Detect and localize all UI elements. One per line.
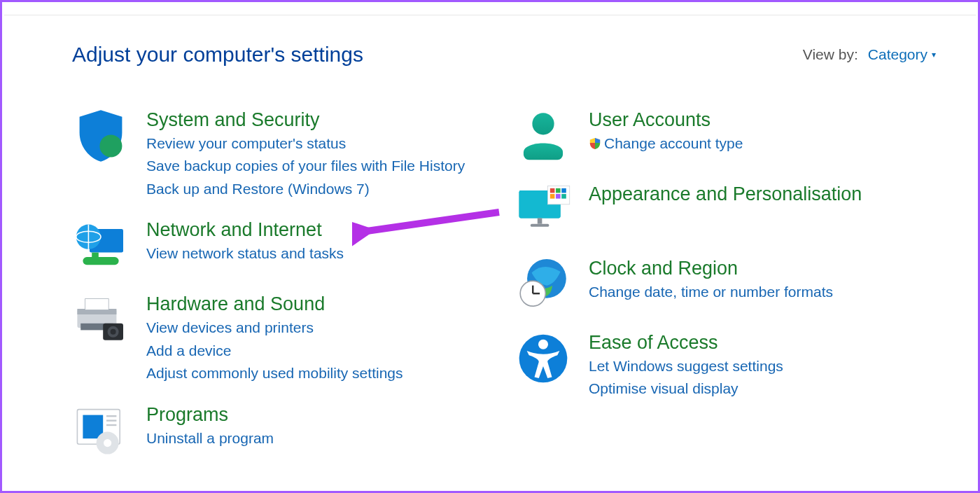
right-column: User Accounts Change account type xyxy=(514,107,936,477)
svg-rect-4 xyxy=(83,257,118,265)
category-link[interactable]: Add a device xyxy=(146,340,403,363)
left-column: System and Security Review your computer… xyxy=(72,107,493,477)
programs-icon xyxy=(72,402,130,459)
category-link[interactable]: Back up and Restore (Windows 7) xyxy=(146,178,465,201)
svg-rect-24 xyxy=(531,224,549,227)
category-link[interactable]: Change account type xyxy=(589,132,743,155)
view-by-value: Category xyxy=(868,46,927,63)
svg-rect-8 xyxy=(85,299,109,310)
category-hardware-sound: Hardware and Sound View devices and prin… xyxy=(72,291,493,384)
category-title[interactable]: Ease of Access xyxy=(589,331,783,355)
category-network-internet: Network and Internet View network status… xyxy=(72,217,493,275)
user-icon xyxy=(514,107,572,165)
category-title[interactable]: Clock and Region xyxy=(589,257,833,281)
category-ease-of-access: Ease of Access Let Windows suggest setti… xyxy=(514,330,936,401)
category-title[interactable]: User Accounts xyxy=(589,109,743,132)
svg-rect-27 xyxy=(556,188,561,193)
printer-icon xyxy=(72,291,130,349)
category-link[interactable]: Change date, time or number formats xyxy=(589,281,833,304)
category-clock-region: Clock and Region Change date, time or nu… xyxy=(514,256,936,313)
chevron-down-icon: ▾ xyxy=(932,50,936,60)
svg-point-19 xyxy=(104,439,111,447)
category-user-accounts: User Accounts Change account type xyxy=(514,107,936,165)
view-by: View by: Category ▾ xyxy=(803,46,936,63)
uac-shield-icon xyxy=(589,137,601,150)
monitor-icon xyxy=(514,181,572,239)
svg-point-37 xyxy=(538,340,548,349)
view-by-label: View by: xyxy=(803,46,858,63)
category-link[interactable]: Optimise visual display xyxy=(589,377,783,401)
page-title: Adjust your computer's settings xyxy=(72,43,363,67)
network-icon xyxy=(72,217,130,275)
clock-globe-icon xyxy=(514,256,572,313)
svg-rect-31 xyxy=(561,194,566,199)
category-link[interactable]: View devices and printers xyxy=(146,317,403,340)
svg-rect-29 xyxy=(550,194,555,199)
svg-point-0 xyxy=(99,134,122,157)
svg-rect-26 xyxy=(550,188,555,193)
category-link[interactable]: Save backup copies of your files with Fi… xyxy=(146,155,465,178)
category-programs: Programs Uninstall a program xyxy=(72,402,493,459)
category-link[interactable]: Review your computer's status xyxy=(146,132,465,155)
header: Adjust your computer's settings View by:… xyxy=(72,43,936,67)
accessibility-icon xyxy=(514,330,572,387)
svg-point-12 xyxy=(111,329,116,335)
svg-rect-30 xyxy=(556,194,561,199)
category-system-security: System and Security Review your computer… xyxy=(72,107,493,200)
category-link[interactable]: Let Windows suggest settings xyxy=(589,355,783,378)
view-by-dropdown[interactable]: Category ▾ xyxy=(868,46,936,63)
shield-icon xyxy=(72,107,130,165)
category-title[interactable]: Hardware and Sound xyxy=(146,293,403,317)
svg-rect-28 xyxy=(561,188,566,193)
category-title[interactable]: Programs xyxy=(146,403,274,427)
category-link[interactable]: Adjust commonly used mobility settings xyxy=(146,362,403,385)
category-link[interactable]: View network status and tasks xyxy=(146,242,344,265)
svg-rect-23 xyxy=(538,218,542,223)
svg-rect-5 xyxy=(92,253,99,260)
svg-point-20 xyxy=(532,113,554,134)
category-title[interactable]: System and Security xyxy=(146,109,465,132)
category-appearance: Appearance and Personalisation xyxy=(514,181,936,239)
category-title[interactable]: Appearance and Personalisation xyxy=(589,183,862,207)
category-title[interactable]: Network and Internet xyxy=(146,218,344,242)
category-link[interactable]: Uninstall a program xyxy=(146,427,274,450)
